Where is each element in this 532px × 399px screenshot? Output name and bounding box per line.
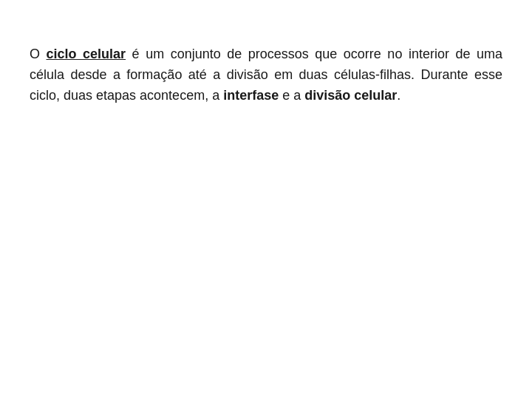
term-interfase: interfase [223,88,279,103]
text-end: . [397,88,400,103]
text-between: e a [279,88,304,103]
main-paragraph: O ciclo celular é um conjunto de process… [30,44,502,106]
text-before-ciclo: O [30,47,47,61]
main-container: O ciclo celular é um conjunto de process… [0,0,532,399]
term-ciclo-celular: ciclo celular [47,47,126,61]
term-divisao-celular: divisão celular [304,88,397,103]
